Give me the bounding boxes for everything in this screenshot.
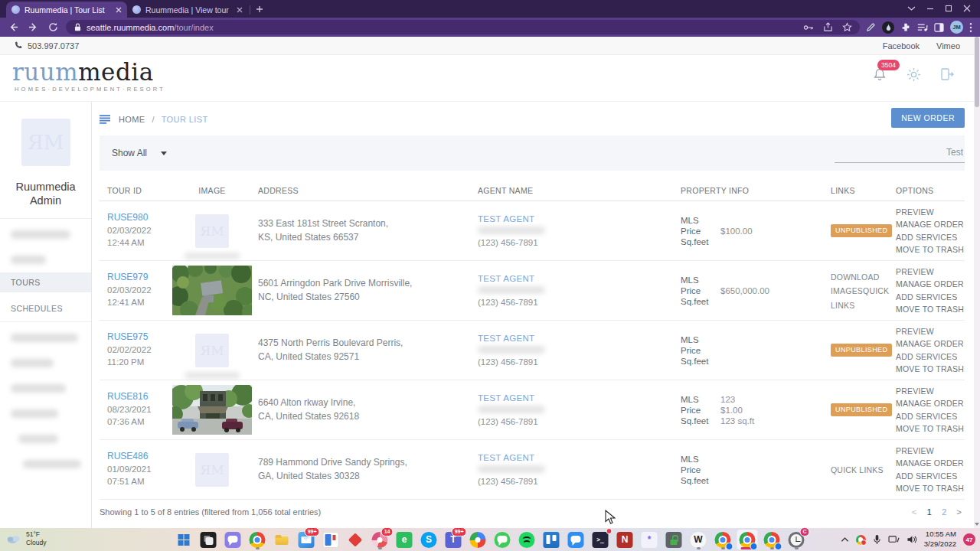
tray-volume-icon[interactable] [906, 535, 917, 544]
clock-app-icon[interactable]: C [786, 530, 807, 549]
tour-id-link[interactable]: RUSE980 [107, 212, 166, 223]
option-add-services[interactable]: ADD SERVICES [896, 231, 965, 243]
browser-tab-tour-list[interactable]: Ruummedia | Tour List [6, 2, 127, 18]
scrollbar-thumb[interactable] [975, 37, 979, 107]
logout-icon[interactable] [939, 66, 956, 83]
store-app-icon[interactable] [321, 530, 341, 549]
option-preview[interactable]: PREVIEW [896, 325, 965, 337]
option-move-to-trash[interactable]: MOVE TO TRASH [896, 422, 965, 435]
sidebar-item-tours[interactable]: TOURS [0, 272, 91, 292]
teams-chat-icon[interactable] [223, 530, 243, 549]
redacted-menu-item-1[interactable] [0, 222, 91, 247]
diamond-app-icon[interactable] [345, 530, 366, 549]
tour-id-link[interactable]: RUSE816 [107, 391, 166, 402]
spotify-icon[interactable] [517, 530, 537, 549]
redacted-menu-item-6[interactable] [0, 401, 91, 426]
playlist-extension-icon[interactable] [917, 23, 928, 32]
trello-icon[interactable] [541, 530, 562, 549]
option-move-to-trash[interactable]: MOVE TO TRASH [896, 482, 965, 494]
chrome-profile-2-icon[interactable] [737, 530, 758, 549]
community-app-icon[interactable]: 14 [370, 530, 390, 549]
search-input[interactable] [835, 145, 965, 163]
whatsapp-icon[interactable] [492, 530, 513, 549]
image-placeholder[interactable] [195, 214, 229, 248]
image-placeholder[interactable] [195, 334, 229, 367]
new-tab-button[interactable] [252, 2, 267, 17]
share-icon[interactable] [823, 22, 833, 32]
grammar-extension-icon[interactable] [866, 22, 876, 32]
link-quick-links[interactable]: QUICK LINKS [831, 465, 884, 474]
notes-app-icon[interactable]: N [615, 530, 635, 549]
tray-microphone-icon[interactable] [873, 534, 881, 545]
redacted-menu-item-3[interactable] [0, 325, 91, 350]
wikipedia-icon[interactable]: W [688, 530, 709, 549]
agent-name-link[interactable]: TEST AGENT [478, 334, 681, 343]
side-panel-icon[interactable] [934, 23, 944, 32]
mail-icon[interactable]: 99+ [296, 530, 317, 549]
password-app-icon[interactable] [664, 530, 684, 549]
pagination-page-2[interactable]: 2 [942, 507, 946, 517]
agent-name-link[interactable]: TEST AGENT [478, 274, 681, 283]
window-close-button[interactable] [963, 5, 971, 12]
settings-gear-icon[interactable] [905, 66, 922, 83]
pagination-prev[interactable]: < [912, 507, 917, 517]
extensions-puzzle-icon[interactable] [900, 22, 911, 33]
option-add-services[interactable]: ADD SERVICES [896, 470, 965, 482]
terminal-icon[interactable]: >_ [590, 530, 611, 549]
option-add-services[interactable]: ADD SERVICES [896, 291, 965, 303]
tray-clock[interactable]: 10:55 AM 3/29/2022 [924, 530, 956, 549]
pagination-next[interactable]: > [956, 507, 962, 517]
forward-button[interactable] [26, 21, 40, 34]
option-move-to-trash[interactable]: MOVE TO TRASH [896, 363, 965, 375]
tab-close-icon[interactable] [116, 7, 122, 13]
back-button[interactable] [6, 21, 20, 34]
option-preview[interactable]: PREVIEW [896, 385, 965, 397]
weather-widget[interactable]: 51°F Cloudy [6, 530, 46, 547]
window-minimize-button[interactable] [926, 5, 934, 12]
address-bar[interactable]: seattle.ruummedia.com/tour/index [66, 20, 860, 34]
browser-tab-view-tour[interactable]: Ruummedia | View tour [127, 2, 248, 18]
redacted-menu-item-7[interactable] [0, 426, 91, 452]
tour-id-link[interactable]: RUSE975 [107, 331, 166, 342]
property-photo-aerial[interactable] [172, 266, 252, 315]
tab-search-chevron-icon[interactable] [907, 5, 916, 11]
file-explorer-icon[interactable] [272, 530, 292, 549]
sidebar-item-schedules[interactable]: SCHEDULES [0, 298, 91, 318]
tour-id-link[interactable]: RUSE979 [107, 272, 166, 282]
status-filter-select[interactable]: Show All [100, 148, 167, 158]
image-placeholder[interactable] [195, 453, 229, 487]
teams-icon[interactable]: T99+ [443, 530, 464, 549]
site-logo[interactable]: ruummedia HOMES·DEVELOPMENT·RESORT [12, 60, 165, 93]
bookmark-star-icon[interactable] [842, 22, 852, 32]
redacted-menu-item-4[interactable] [0, 350, 91, 376]
evernote-icon[interactable]: e [394, 530, 415, 549]
option-preview[interactable]: PREVIEW [896, 206, 965, 218]
notifications-bell-icon[interactable]: 3504 [871, 66, 888, 83]
tour-id-link[interactable]: RUSE486 [107, 451, 166, 461]
option-manage-order[interactable]: MANAGE ORDER [896, 457, 965, 469]
browser-menu-icon[interactable] [969, 22, 972, 33]
tray-hidden-icons-chevron[interactable] [841, 536, 849, 543]
task-view-button[interactable] [198, 530, 219, 549]
option-preview[interactable]: PREVIEW [896, 266, 965, 278]
option-manage-order[interactable]: MANAGE ORDER [896, 278, 965, 290]
adblock-extension-icon[interactable] [882, 21, 894, 34]
vimeo-link[interactable]: Vimeo [936, 41, 960, 51]
option-preview[interactable]: PREVIEW [896, 445, 965, 457]
option-manage-order[interactable]: MANAGE ORDER [896, 337, 965, 350]
browser-profile-avatar[interactable]: JM [950, 21, 963, 34]
breadcrumb-home-link[interactable]: HOME [119, 115, 145, 124]
skype-icon[interactable]: S [419, 530, 439, 549]
option-manage-order[interactable]: MANAGE ORDER [896, 218, 965, 230]
scrollbar-down-arrow[interactable] [975, 523, 979, 526]
option-move-to-trash[interactable]: MOVE TO TRASH [896, 243, 965, 256]
property-photo-building[interactable] [172, 385, 252, 435]
agent-name-link[interactable]: TEST AGENT [478, 214, 681, 223]
option-manage-order[interactable]: MANAGE ORDER [896, 397, 965, 409]
tray-notification-count[interactable]: 47 [963, 533, 975, 546]
new-order-button[interactable]: NEW ORDER [891, 108, 965, 128]
tray-pen-device-icon[interactable] [888, 535, 900, 544]
settings-app-icon[interactable]: * [639, 530, 660, 549]
agent-name-link[interactable]: TEST AGENT [478, 453, 681, 462]
chrome-profile-1-icon[interactable] [713, 530, 733, 549]
